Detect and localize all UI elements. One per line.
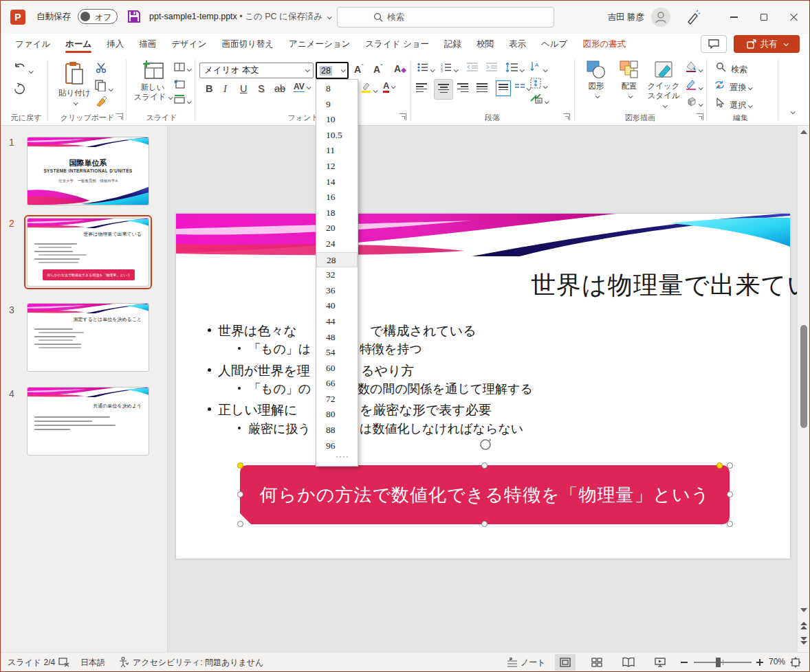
copy-button[interactable] — [94, 79, 112, 93]
font-name-combobox[interactable]: メイリオ 本文 — [199, 63, 314, 78]
resize-handle-top[interactable] — [481, 462, 488, 469]
bullet-line-1-left[interactable]: 世界は色々な — [218, 322, 297, 340]
document-title[interactable]: ppt-sample1-temp.pptx • この PC に保存済み — [149, 11, 331, 23]
tab-file[interactable]: ファイル — [8, 34, 58, 54]
dropdown-resize-grip[interactable] — [316, 453, 358, 460]
bullet-line-4-right[interactable]: 数の間の関係を通じて理解する — [358, 381, 533, 397]
tab-help[interactable]: ヘルプ — [534, 34, 575, 54]
font-size-option[interactable]: 96 — [316, 438, 358, 454]
bullet-line-1-right[interactable]: で構成されている — [370, 322, 477, 340]
italic-button[interactable]: I — [223, 83, 227, 95]
resize-handle-bottom[interactable] — [481, 521, 488, 527]
normal-view-button[interactable] — [555, 654, 576, 671]
clear-formatting-button[interactable]: A◆ — [394, 63, 406, 74]
tab-slideshow[interactable]: スライド ショー — [358, 34, 437, 54]
bold-button[interactable]: B — [206, 83, 212, 94]
display-settings-icon[interactable] — [58, 658, 69, 667]
section-button[interactable] — [174, 94, 190, 106]
font-size-option[interactable]: 66 — [316, 376, 358, 392]
next-slide-button[interactable] — [800, 637, 807, 645]
shrink-font-button[interactable]: Aˇ — [373, 63, 382, 75]
tab-review[interactable]: 校閲 — [469, 34, 501, 54]
zoom-out-button[interactable] — [680, 658, 688, 667]
undo-button[interactable] — [13, 61, 32, 76]
rotate-handle-icon[interactable] — [479, 438, 492, 451]
distribute-button[interactable] — [496, 80, 511, 96]
shapes-button[interactable]: 図形 — [581, 60, 611, 100]
increase-indent-button[interactable] — [486, 63, 497, 74]
decrease-indent-button[interactable] — [467, 63, 478, 74]
adjust-handle[interactable] — [716, 462, 723, 469]
font-size-option[interactable]: 18 — [316, 205, 358, 221]
find-button[interactable]: 検索 — [716, 62, 747, 76]
slide-canvas[interactable]: 世界は物理量で出来ている 世界は色々な で構成されている 「もの」は 特徴を持つ… — [176, 214, 790, 559]
font-size-option[interactable]: 40 — [316, 298, 358, 314]
numbering-button[interactable]: 123 — [441, 63, 457, 74]
feedback-pen-icon[interactable] — [686, 10, 701, 25]
bullet-line-5-left[interactable]: 正しい理解に — [218, 401, 297, 419]
font-size-option[interactable]: 8 — [316, 81, 358, 97]
resize-handle-left[interactable] — [237, 491, 243, 497]
quick-styles-button[interactable]: クイックスタイル — [646, 60, 681, 110]
line-spacing-button[interactable] — [505, 63, 523, 74]
text-shadow-button[interactable]: S — [258, 83, 265, 94]
tab-shape-format[interactable]: 図形の書式 — [575, 34, 633, 54]
resize-handle-top-right[interactable] — [727, 462, 733, 469]
slideshow-button[interactable] — [650, 654, 670, 671]
font-size-option[interactable]: 20 — [316, 221, 358, 236]
align-left-button[interactable] — [416, 82, 427, 96]
accessibility-status[interactable]: アクセシビリティ: 問題ありません — [133, 657, 263, 669]
slide-number-status[interactable]: スライド 2/4 — [8, 657, 55, 669]
tab-design[interactable]: デザイン — [164, 34, 214, 54]
tab-home[interactable]: ホーム — [58, 34, 99, 54]
replace-button[interactable]: b 置換 — [714, 80, 752, 93]
bullet-line-4-left[interactable]: 「もの」の — [248, 381, 311, 397]
font-size-option[interactable]: 9 — [316, 97, 358, 113]
adjust-handle[interactable] — [237, 462, 243, 469]
comments-button[interactable] — [701, 35, 727, 53]
fit-to-window-icon[interactable] — [790, 657, 801, 668]
align-text-button[interactable] — [530, 78, 547, 91]
notes-button[interactable]: ノート — [521, 657, 546, 669]
font-size-option[interactable]: 12 — [316, 159, 358, 175]
font-size-option-selected[interactable]: 28 — [316, 252, 358, 268]
format-painter-button[interactable] — [96, 96, 108, 110]
physical-quantity-shape[interactable]: 何らかの方法で数値化できる特徴を「物理量」という — [240, 465, 730, 524]
font-size-option[interactable]: 44 — [316, 314, 358, 330]
font-size-option[interactable]: 24 — [316, 236, 358, 252]
shape-fill-button[interactable] — [686, 61, 702, 74]
font-size-option[interactable]: 10 — [316, 112, 358, 128]
slide-3-thumbnail[interactable]: 測定するとは単位を決めること — [27, 303, 149, 372]
zoom-in-button[interactable] — [756, 658, 764, 667]
font-size-option[interactable]: 54 — [316, 345, 358, 361]
powerpoint-app-icon[interactable]: P — [10, 10, 25, 25]
font-size-option[interactable]: 72 — [316, 392, 358, 407]
avatar[interactable] — [651, 8, 670, 27]
vertical-scrollbar[interactable] — [797, 126, 809, 653]
resize-handle-bottom-left[interactable] — [237, 521, 243, 527]
autosave-toggle[interactable]: オフ — [78, 9, 118, 24]
bullet-line-5-right[interactable]: を厳密な形で表す必要 — [360, 401, 492, 419]
scroll-up-icon[interactable] — [800, 130, 807, 134]
character-spacing-button[interactable]: AV — [294, 82, 310, 91]
collapse-ribbon-chevron-icon[interactable] — [791, 109, 796, 114]
clipboard-dialog-launcher[interactable] — [116, 113, 123, 120]
tab-animations[interactable]: アニメーション — [281, 34, 358, 54]
resize-handle-right[interactable] — [727, 491, 733, 497]
slide-editor-area[interactable]: 世界は物理量で出来ている 世界は色々な で構成されている 「もの」は 特徴を持つ… — [168, 126, 798, 653]
close-button[interactable] — [779, 1, 809, 34]
font-color-button[interactable]: A — [383, 80, 395, 91]
arrange-button[interactable]: 配置 — [614, 60, 644, 100]
bullet-line-2-left[interactable]: 「もの」は — [248, 341, 311, 357]
bullet-line-3-right[interactable]: るやり方 — [361, 362, 414, 380]
search-input[interactable]: 検索 — [337, 7, 554, 27]
zoom-slider-thumb[interactable] — [716, 658, 721, 667]
font-size-combobox[interactable]: 28 — [316, 62, 349, 79]
tab-insert[interactable]: 挿入 — [99, 34, 131, 54]
underline-button[interactable]: U — [240, 83, 247, 94]
scrollbar-thumb[interactable] — [800, 325, 807, 428]
resize-handle-bottom-right[interactable] — [727, 521, 733, 527]
reset-slide-button[interactable] — [174, 79, 185, 91]
zoom-level[interactable]: 70% — [769, 657, 785, 667]
redo-button[interactable] — [13, 82, 27, 98]
